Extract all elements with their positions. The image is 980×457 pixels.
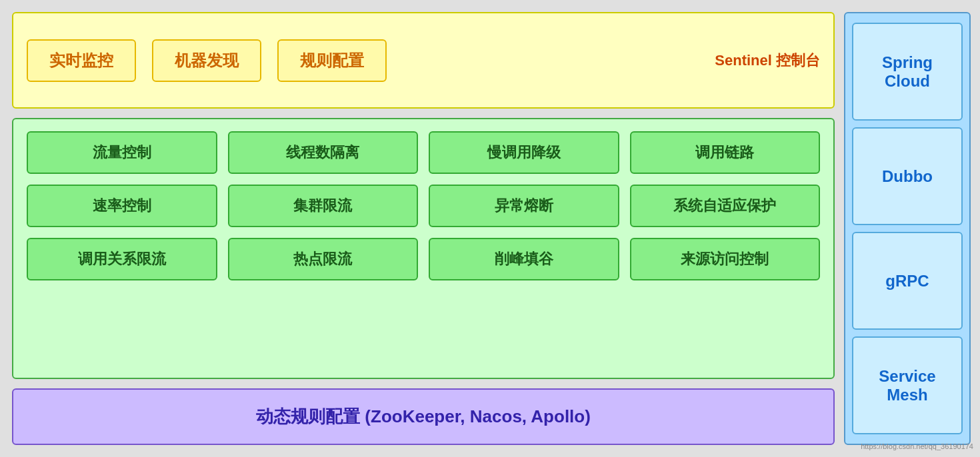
feature-slow-call-degrade: 慢调用降级 [429, 131, 619, 174]
feature-thread-isolation: 线程数隔离 [228, 131, 419, 174]
sentinel-label: Sentinel 控制台 [715, 51, 820, 71]
features-row-3: 调用关系限流 热点限流 削峰填谷 来源访问控制 [27, 238, 820, 280]
main-container: 实时监控 机器发现 规则配置 Sentinel 控制台 流量控制 线程数隔离 慢… [0, 0, 980, 457]
right-box-service-mesh: ServiceMesh [852, 336, 963, 434]
dynamic-section: 动态规则配置 (ZooKeeper, Nacos, Apollo) [12, 388, 835, 445]
feature-flow-control: 流量控制 [27, 131, 217, 174]
feature-adaptive-protect: 系统自适应保护 [630, 185, 821, 227]
feature-hotspot-limit: 热点限流 [228, 238, 419, 280]
sentinel-box-monitor: 实时监控 [27, 39, 136, 82]
watermark: https://blog.csdn.net/qq_36190174 [861, 442, 973, 450]
dynamic-label: 动态规则配置 (ZooKeeper, Nacos, Apollo) [256, 405, 591, 428]
sentinel-box-config: 规则配置 [277, 39, 387, 82]
features-row-1: 流量控制 线程数隔离 慢调用降级 调用链路 [27, 131, 820, 174]
feature-source-control: 来源访问控制 [630, 238, 821, 280]
sentinel-section: 实时监控 机器发现 规则配置 Sentinel 控制台 [12, 12, 835, 109]
features-section: 流量控制 线程数隔离 慢调用降级 调用链路 速率控制 集群限流 异常熔断 系统自… [12, 118, 835, 379]
feature-call-relation-limit: 调用关系限流 [27, 238, 217, 280]
feature-rate-control: 速率控制 [27, 185, 217, 227]
right-box-dubbo: Dubbo [852, 127, 963, 225]
feature-peak-shave: 削峰填谷 [429, 238, 619, 280]
feature-call-chain: 调用链路 [630, 131, 821, 174]
feature-exception-circuit: 异常熔断 [429, 185, 619, 227]
sentinel-boxes: 实时监控 机器发现 规则配置 [27, 39, 387, 82]
feature-cluster-limit: 集群限流 [228, 185, 419, 227]
features-row-2: 速率控制 集群限流 异常熔断 系统自适应保护 [27, 185, 820, 227]
left-panel: 实时监控 机器发现 规则配置 Sentinel 控制台 流量控制 线程数隔离 慢… [12, 12, 835, 445]
right-panel: SpringCloud Dubbo gRPC ServiceMesh [844, 12, 971, 445]
right-box-spring-cloud: SpringCloud [852, 23, 963, 121]
right-box-grpc: gRPC [852, 232, 963, 330]
sentinel-box-discovery: 机器发现 [152, 39, 261, 82]
